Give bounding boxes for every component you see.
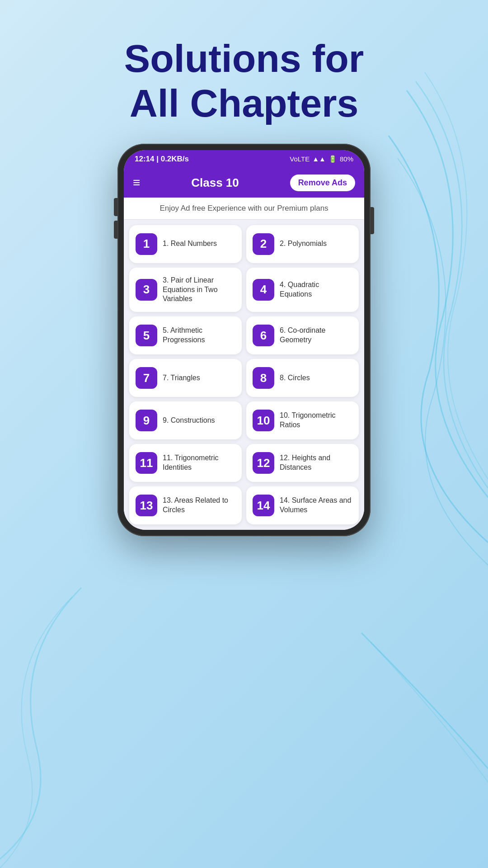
chapter-name: 1. Real Numbers	[163, 239, 217, 249]
chapter-number: 9	[136, 410, 157, 431]
chapter-number: 11	[136, 452, 157, 474]
chapter-card[interactable]: 99. Constructions	[129, 401, 242, 439]
ad-text: Enjoy Ad free Experience with our Premiu…	[160, 204, 328, 212]
chapter-card[interactable]: 77. Triangles	[129, 359, 242, 397]
app-title: Class 10	[191, 176, 239, 190]
phone-mockup: 12:14 | 0.2KB/s VoLTE ▲▲ 🔋 80% ≡ Class 1…	[117, 144, 371, 536]
chapter-card[interactable]: 66. Co-ordinate Geometry	[246, 316, 359, 354]
chapter-card[interactable]: 22. Polynomials	[246, 225, 359, 263]
chapter-name: 11. Trigonometric Identities	[163, 453, 235, 472]
page-title: Solutions for All Chapters	[124, 36, 364, 126]
chapter-number: 5	[136, 325, 157, 346]
battery-icon: 🔋	[328, 155, 337, 163]
chapter-name: 3. Pair of Linear Equations in Two Varia…	[163, 276, 235, 304]
battery-level: 80%	[340, 155, 353, 163]
chapter-number: 8	[253, 367, 274, 389]
chapter-number: 4	[253, 279, 274, 301]
chapter-card[interactable]: 1414. Surface Areas and Volumes	[246, 486, 359, 524]
chapter-name: 8. Circles	[280, 373, 310, 383]
remove-ads-button[interactable]: Remove Ads	[290, 175, 355, 191]
phone-screen: 12:14 | 0.2KB/s VoLTE ▲▲ 🔋 80% ≡ Class 1…	[124, 150, 364, 530]
chapter-name: 2. Polynomials	[280, 239, 327, 249]
chapter-card[interactable]: 88. Circles	[246, 359, 359, 397]
chapter-card[interactable]: 55. Arithmetic Progressions	[129, 316, 242, 354]
chapter-number: 10	[253, 410, 274, 431]
page-header: Solutions for All Chapters	[97, 0, 391, 144]
status-time: 12:14 | 0.2KB/s	[135, 155, 189, 164]
chapter-name: 13. Areas Related to Circles	[163, 496, 235, 515]
chapter-number: 14	[253, 495, 274, 516]
power-button	[371, 207, 374, 234]
chapter-name: 7. Triangles	[163, 373, 200, 383]
chapter-card[interactable]: 44. Quadratic Equations	[246, 268, 359, 312]
chapter-card[interactable]: 1313. Areas Related to Circles	[129, 486, 242, 524]
chapter-card[interactable]: 33. Pair of Linear Equations in Two Vari…	[129, 268, 242, 312]
status-bar: 12:14 | 0.2KB/s VoLTE ▲▲ 🔋 80%	[124, 150, 364, 168]
app-header: ≡ Class 10 Remove Ads	[124, 168, 364, 198]
volume-down-button	[114, 221, 117, 239]
chapter-number: 12	[253, 452, 274, 474]
chapter-name: 14. Surface Areas and Volumes	[280, 496, 352, 515]
chapter-name: 4. Quadratic Equations	[280, 280, 352, 299]
chapter-number: 6	[253, 325, 274, 346]
ad-banner: Enjoy Ad free Experience with our Premiu…	[124, 198, 364, 220]
chapter-name: 10. Trigonometric Ratios	[280, 411, 352, 430]
chapter-number: 1	[136, 233, 157, 255]
signal-icon: ▲▲	[312, 155, 326, 163]
volte-icon: VoLTE	[290, 155, 310, 163]
chapter-number: 7	[136, 367, 157, 389]
chapter-name: 5. Arithmetic Progressions	[163, 326, 235, 345]
chapter-card[interactable]: 1212. Heights and Distances	[246, 444, 359, 482]
chapter-grid: 11. Real Numbers22. Polynomials33. Pair …	[124, 220, 364, 530]
chapter-number: 2	[253, 233, 274, 255]
chapter-name: 12. Heights and Distances	[280, 453, 352, 472]
status-icons: VoLTE ▲▲ 🔋 80%	[290, 155, 353, 163]
chapter-name: 9. Constructions	[163, 416, 215, 425]
volume-up-button	[114, 198, 117, 216]
hamburger-menu-icon[interactable]: ≡	[133, 175, 140, 190]
chapter-name: 6. Co-ordinate Geometry	[280, 326, 352, 345]
chapter-card[interactable]: 11. Real Numbers	[129, 225, 242, 263]
chapter-number: 13	[136, 495, 157, 516]
chapter-card[interactable]: 1111. Trigonometric Identities	[129, 444, 242, 482]
chapter-number: 3	[136, 279, 157, 301]
chapter-card[interactable]: 1010. Trigonometric Ratios	[246, 401, 359, 439]
